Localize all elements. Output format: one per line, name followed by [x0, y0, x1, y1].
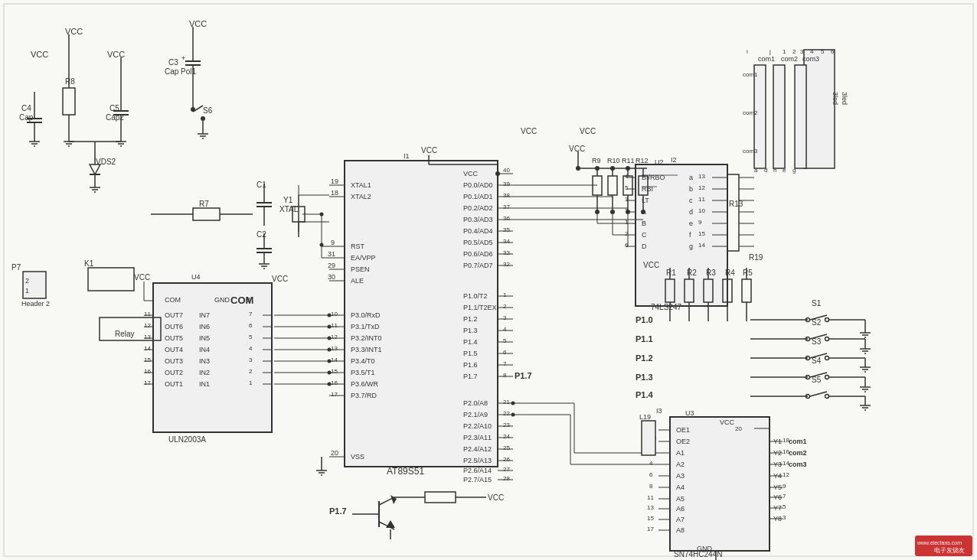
svg-text:P1.3: P1.3	[463, 327, 478, 334]
svg-text:R7: R7	[199, 200, 209, 208]
svg-text:15: 15	[144, 357, 151, 363]
svg-text:IN6: IN6	[199, 323, 210, 330]
svg-text:2: 2	[25, 277, 29, 285]
svg-text:C3: C3	[168, 58, 178, 67]
svg-point-563	[320, 213, 324, 217]
svg-text:1: 1	[783, 48, 786, 55]
svg-text:25: 25	[503, 444, 510, 451]
svg-text:P3.1/TxD: P3.1/TxD	[351, 323, 380, 330]
svg-text:12: 12	[144, 322, 151, 329]
svg-text:I1: I1	[404, 152, 410, 160]
svg-text:11: 11	[698, 196, 705, 203]
svg-text:ALE: ALE	[351, 277, 364, 285]
svg-point-518	[595, 166, 600, 171]
svg-text:A3: A3	[676, 472, 685, 480]
svg-text:IN5: IN5	[199, 334, 210, 342]
svg-text:P1.6: P1.6	[463, 361, 478, 369]
svg-text:i: i	[747, 48, 748, 55]
svg-point-531	[641, 210, 645, 214]
svg-text:IN1: IN1	[199, 380, 210, 388]
svg-text:IN4: IN4	[199, 346, 210, 353]
svg-point-575	[328, 325, 332, 329]
svg-text:P2.2/A10: P2.2/A10	[463, 422, 492, 430]
svg-text:P1.4: P1.4	[636, 390, 654, 399]
svg-point-579	[328, 371, 332, 375]
svg-text:39: 39	[503, 181, 510, 187]
svg-text:10: 10	[698, 207, 705, 214]
svg-text:B: B	[642, 220, 646, 227]
svg-rect-328	[795, 65, 806, 168]
svg-text:e: e	[783, 167, 786, 174]
svg-text:11: 11	[144, 311, 151, 317]
svg-text:P2.3/A11: P2.3/A11	[463, 434, 492, 441]
svg-text:C4: C4	[21, 104, 31, 112]
svg-text:VCC: VCC	[134, 273, 150, 282]
svg-text:I3: I3	[656, 407, 662, 415]
svg-text:P1.2: P1.2	[463, 315, 478, 323]
svg-point-51	[201, 116, 205, 121]
svg-rect-320	[804, 50, 835, 168]
svg-text:IN3: IN3	[199, 357, 210, 365]
svg-text:OUT3: OUT3	[165, 357, 183, 365]
svg-text:P2.0/A8: P2.0/A8	[463, 399, 488, 407]
svg-text:A1: A1	[676, 449, 685, 457]
svg-text:35: 35	[503, 226, 510, 233]
svg-text:R3: R3	[706, 269, 716, 277]
svg-text:8: 8	[649, 483, 653, 490]
svg-text:9: 9	[331, 239, 335, 246]
svg-text:com1: com1	[743, 71, 758, 78]
svg-text:34: 34	[503, 238, 510, 245]
svg-text:Cap: Cap	[19, 113, 34, 122]
svg-text:VSS: VSS	[351, 453, 364, 461]
svg-text:d: d	[689, 208, 693, 216]
svg-text:17: 17	[331, 391, 338, 398]
svg-text:3: 3	[249, 357, 253, 363]
svg-text:e: e	[689, 220, 693, 227]
svg-text:11: 11	[331, 322, 338, 329]
svg-text:32: 32	[503, 261, 510, 268]
svg-text:S6: S6	[203, 106, 213, 115]
svg-text:j: j	[769, 48, 771, 55]
svg-text:OE1: OE1	[676, 426, 690, 434]
svg-rect-327	[773, 65, 785, 168]
svg-text:P0.0/AD0: P0.0/AD0	[463, 181, 493, 189]
svg-text:ULN2003A: ULN2003A	[168, 435, 206, 444]
svg-text:8: 8	[503, 372, 507, 379]
svg-text:3: 3	[503, 314, 507, 321]
svg-text:C2: C2	[257, 230, 266, 239]
svg-text:3: 3	[800, 48, 804, 55]
svg-text:P1.1: P1.1	[636, 334, 653, 343]
svg-text:16: 16	[144, 368, 151, 375]
svg-text:VCC: VCC	[463, 170, 479, 177]
svg-text:www.elecfans.com: www.elecfans.com	[917, 540, 962, 545]
svg-text:9: 9	[698, 219, 702, 226]
svg-text:22: 22	[503, 410, 510, 417]
svg-text:P1.1/T2EX: P1.1/T2EX	[463, 304, 497, 311]
svg-text:AT89S51: AT89S51	[387, 466, 424, 477]
svg-text:Y1: Y1	[283, 196, 293, 204]
svg-text:VCC: VCC	[643, 261, 659, 269]
svg-point-559	[495, 171, 500, 176]
svg-text:10: 10	[331, 311, 338, 317]
svg-text:VCC: VCC	[488, 493, 504, 502]
svg-text:VCC: VCC	[569, 145, 585, 153]
svg-text:P0.1/AD1: P0.1/AD1	[463, 193, 493, 200]
svg-text:Header 2: Header 2	[21, 300, 50, 308]
svg-text:17: 17	[144, 379, 151, 386]
svg-text:P1.5: P1.5	[463, 350, 478, 357]
svg-text:VCC: VCC	[580, 127, 596, 135]
svg-text:P3.6/WR: P3.6/WR	[351, 380, 379, 388]
svg-text:5: 5	[503, 337, 507, 344]
svg-text:A5: A5	[676, 495, 685, 503]
svg-text:IN7: IN7	[199, 311, 210, 319]
svg-text:13: 13	[647, 504, 654, 511]
svg-text:D: D	[642, 243, 647, 250]
svg-text:U4: U4	[191, 273, 201, 281]
svg-text:Relay: Relay	[115, 330, 135, 338]
svg-text:g: g	[689, 243, 693, 250]
svg-text:P0.3/AD3: P0.3/AD3	[463, 216, 493, 223]
svg-text:7: 7	[783, 493, 786, 500]
svg-point-546	[511, 402, 515, 405]
svg-text:3led: 3led	[832, 92, 839, 105]
svg-text:38: 38	[503, 192, 510, 199]
